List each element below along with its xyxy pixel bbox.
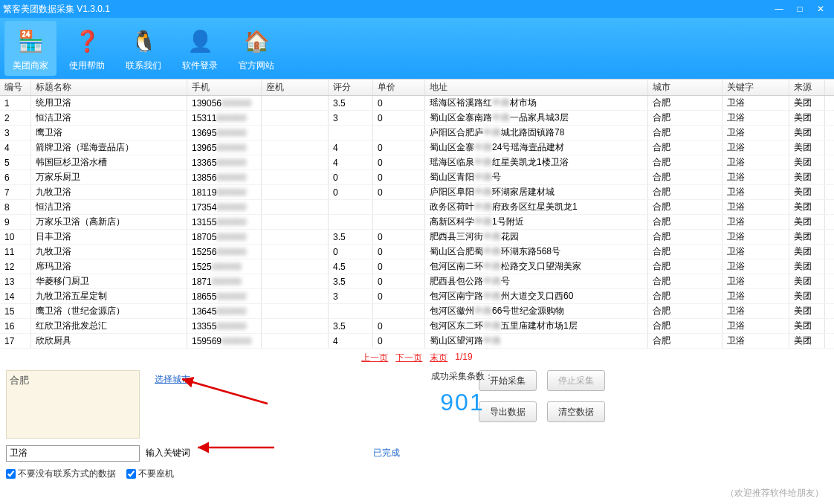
table-row[interactable]: 10日丰卫浴187050000003.50肥西县三河街中路花园合肥卫浴美团 — [0, 230, 834, 245]
col-header[interactable]: 评分 — [329, 80, 373, 95]
cell: 13645000000 — [187, 304, 262, 318]
cell: 3 — [329, 289, 373, 303]
control-panel: 合肥 选择城市 开始采集 停止采集 导出数据 清空数据 成功采集条数： 901 — [0, 364, 834, 439]
col-header[interactable]: 标题名称 — [31, 80, 187, 95]
col-header[interactable]: 编号 — [0, 80, 31, 95]
cell — [262, 96, 329, 110]
table-row[interactable]: 3鹰卫浴13695000000庐阳区合肥庐中路城北路固镇路78合肥卫浴美团 — [0, 126, 834, 140]
col-header[interactable]: 城市 — [648, 80, 723, 95]
cell — [329, 200, 373, 214]
toolbar-label: 使用帮助 — [69, 59, 105, 72]
toolbar-1[interactable]: ❓使用帮助 — [61, 21, 113, 76]
cell — [262, 259, 329, 274]
clear-data-button[interactable]: 清空数据 — [547, 401, 605, 422]
col-header[interactable]: 座机 — [262, 80, 329, 95]
table-row[interactable]: 1统用卫浴1390560000003.50瑶海区裕溪路红中路材市场合肥卫浴美团 — [0, 96, 834, 111]
cell: 合肥 — [648, 155, 723, 169]
cell: 卫浴 — [723, 245, 789, 259]
cell: 卫浴 — [723, 319, 789, 333]
toolbar-4[interactable]: 🏠官方网站 — [230, 21, 282, 76]
cell: 美团 — [789, 170, 825, 184]
count-box: 成功采集条数： 901 — [431, 364, 494, 416]
table-row[interactable]: 8恒洁卫浴17354000000政务区荷叶中路府政务区红星美凯龙1合肥卫浴美团 — [0, 200, 834, 215]
cell: 卫浴 — [723, 230, 789, 244]
toolbar-0[interactable]: 🏪美团商家 — [4, 21, 56, 76]
col-header[interactable]: 地址 — [425, 80, 648, 95]
cell: 卫浴 — [723, 334, 789, 348]
table-row[interactable]: 14九牧卫浴五星定制1865500000030包河区南宁路中路州大道交叉口西60… — [0, 289, 834, 304]
cell: 美团 — [789, 185, 825, 199]
chk-no-landline[interactable]: 不要座机 — [126, 468, 174, 480]
cell: 4 — [329, 334, 373, 348]
toolbar-3[interactable]: 👤软件登录 — [174, 21, 226, 76]
choose-city-link[interactable]: 选择城市 — [155, 373, 190, 386]
cell: 合肥 — [648, 274, 723, 288]
cell: 3 — [0, 126, 31, 140]
table-row[interactable]: 6万家乐厨卫1385600000000蜀山区青阳中路号合肥卫浴美团 — [0, 170, 834, 185]
keyword-input[interactable] — [6, 445, 140, 462]
col-header[interactable]: 手机 — [187, 80, 262, 95]
stop-collect-button[interactable]: 停止采集 — [547, 370, 605, 391]
table-row[interactable]: 5韩国巨杉卫浴水槽1336500000040瑶海区临泉中路红星美凯龙1楼卫浴合肥… — [0, 155, 834, 170]
col-header[interactable]: 来源 — [789, 80, 825, 95]
table-row[interactable]: 12席玛卫浴15250000004.50包河区南二环中路松路交叉口望湖美家合肥卫… — [0, 259, 834, 274]
toolbar-2[interactable]: 🐧联系我们 — [117, 21, 169, 76]
cell: 美团 — [789, 215, 825, 229]
cell: 包河区东二环中路五里庙建材市场1层 — [425, 319, 648, 333]
cell: 13155000000 — [187, 215, 262, 229]
close-button[interactable]: ✕ — [810, 1, 831, 16]
prev-page-link[interactable]: 上一页 — [361, 352, 388, 364]
table-row[interactable]: 17欣欣厨具15956900000040蜀山区望河路中路合肥卫浴美团 — [0, 334, 834, 349]
cell — [262, 319, 329, 333]
table-row[interactable]: 16红欣卫浴批发总汇133550000003.50包河区东二环中路五里庙建材市场… — [0, 319, 834, 334]
cell: 18119000000 — [187, 185, 262, 199]
table-row[interactable]: 11九牧卫浴1525600000000蜀山区合肥蜀中路环湖东路568号合肥卫浴美… — [0, 245, 834, 259]
cell: 合肥 — [648, 259, 723, 274]
next-page-link[interactable]: 下一页 — [395, 352, 422, 364]
toolbar: 🏪美团商家❓使用帮助🐧联系我们👤软件登录🏠官方网站 — [0, 18, 834, 79]
table-row[interactable]: 9万家乐卫浴（高新店）13155000000高新区科学中路1号附近合肥卫浴美团 — [0, 215, 834, 230]
cell: 0 — [329, 245, 373, 259]
window-buttons: — □ ✕ — [769, 1, 831, 16]
cell — [262, 155, 329, 169]
keyword-row: 输入关键词 已完成 — [6, 445, 834, 462]
cell: 庐阳区阜阳中路环湖家居建材城 — [425, 185, 648, 199]
cell: 美团 — [789, 304, 825, 318]
data-grid: 编号标题名称手机座机评分单价地址城市关键字来源 1统用卫浴13905600000… — [0, 79, 834, 349]
cell: 合肥 — [648, 245, 723, 259]
cell — [262, 140, 329, 155]
cell: 席玛卫浴 — [31, 259, 187, 274]
col-header[interactable]: 单价 — [373, 80, 425, 95]
cell: 美团 — [789, 230, 825, 244]
cell: 美团 — [789, 200, 825, 214]
maximize-button[interactable]: □ — [789, 1, 810, 16]
table-row[interactable]: 2恒洁卫浴1531100000030蜀山区金寨南路中路一品家具城3层合肥卫浴美团 — [0, 111, 834, 126]
cell: 合肥 — [648, 200, 723, 214]
last-page-link[interactable]: 末页 — [430, 352, 447, 364]
svg-line-0 — [182, 379, 268, 404]
col-header[interactable]: 关键字 — [723, 80, 789, 95]
minimize-button[interactable]: — — [769, 1, 789, 16]
cell: 九牧卫浴 — [31, 245, 187, 259]
cell: 0 — [373, 245, 425, 259]
cell: 肥西县三河街中路花园 — [425, 230, 648, 244]
chk-no-landline-input[interactable] — [126, 469, 136, 479]
table-row[interactable]: 7九牧卫浴1811900000000庐阳区阜阳中路环湖家居建材城合肥卫浴美团 — [0, 185, 834, 200]
status-done: 已完成 — [373, 447, 400, 459]
table-row[interactable]: 13华菱移门厨卫18710000003.50肥西县包公路中路号合肥卫浴美团 — [0, 274, 834, 289]
chk-no-contact[interactable]: 不要没有联系方式的数据 — [6, 468, 116, 480]
pager: 上一页 下一页 末页 1/19 — [0, 352, 834, 364]
chk-no-contact-input[interactable] — [6, 469, 16, 479]
cell: 韩国巨杉卫浴水槽 — [31, 155, 187, 169]
city-box[interactable]: 合肥 — [6, 370, 140, 439]
cell: 肥西县包公路中路号 — [425, 274, 648, 288]
cell — [262, 334, 329, 348]
cell — [329, 304, 373, 318]
cell: 合肥 — [648, 319, 723, 333]
table-row[interactable]: 15鹰卫浴（世纪金源店）13645000000包河区徽州中路66号世纪金源购物合… — [0, 304, 834, 319]
cell — [373, 304, 425, 318]
cell: 合肥 — [648, 289, 723, 303]
cell: 3 — [329, 111, 373, 125]
cell: 美团 — [789, 111, 825, 125]
table-row[interactable]: 4箭牌卫浴（瑶海壹品店）1396500000040蜀山区金寨中路24号瑶海壹品建… — [0, 140, 834, 155]
